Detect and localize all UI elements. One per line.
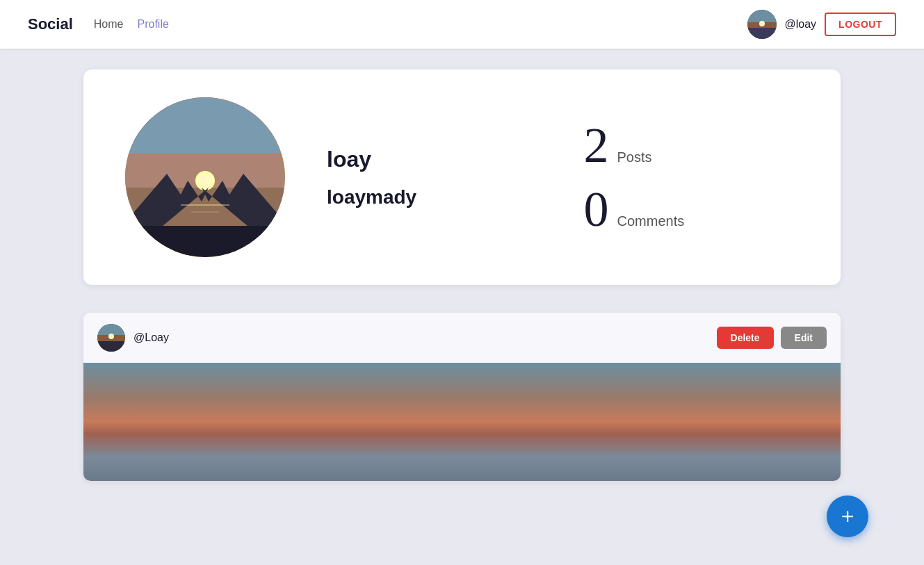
navbar-right: @loay LOGOUT — [747, 10, 896, 39]
posts-count: 2 — [584, 120, 609, 170]
logout-button[interactable]: LOGOUT — [825, 13, 896, 36]
svg-point-19 — [108, 334, 114, 339]
create-post-fab[interactable]: + — [827, 496, 868, 537]
profile-info: loay loaymady — [327, 147, 542, 208]
brand-logo: Social — [28, 15, 73, 33]
post-header: @Loay Delete Edit — [83, 313, 841, 363]
post-card: @Loay Delete Edit — [83, 313, 841, 481]
comments-count: 0 — [584, 184, 609, 234]
profile-display-name: loay — [327, 147, 542, 172]
nav-links: Home Profile — [94, 15, 747, 33]
svg-rect-20 — [97, 341, 125, 352]
svg-point-10 — [198, 174, 212, 188]
svg-rect-13 — [125, 226, 285, 257]
svg-rect-4 — [747, 28, 777, 39]
navbar-username: @loay — [785, 18, 817, 31]
profile-avatar — [125, 97, 285, 257]
comments-label: Comments — [617, 213, 685, 229]
svg-point-3 — [759, 21, 765, 26]
main-content: loay loaymady 2 Posts 0 Comments — [0, 49, 924, 502]
posts-stat: 2 Posts — [584, 120, 800, 170]
post-actions: Delete Edit — [717, 327, 827, 349]
post-avatar — [97, 324, 125, 352]
edit-button[interactable]: Edit — [781, 327, 827, 349]
nav-profile[interactable]: Profile — [138, 15, 169, 33]
avatar — [747, 10, 777, 39]
nav-home[interactable]: Home — [94, 15, 124, 33]
navbar: Social Home Profile @loay LOGOUT — [0, 0, 924, 49]
delete-button[interactable]: Delete — [717, 327, 774, 349]
profile-handle: loaymady — [327, 186, 542, 208]
profile-stats: 2 Posts 0 Comments — [584, 120, 800, 234]
profile-card: loay loaymady 2 Posts 0 Comments — [83, 69, 841, 285]
comments-stat: 0 Comments — [584, 184, 800, 234]
posts-label: Posts — [617, 149, 652, 165]
post-image — [83, 363, 841, 481]
post-username: @Loay — [133, 331, 708, 344]
